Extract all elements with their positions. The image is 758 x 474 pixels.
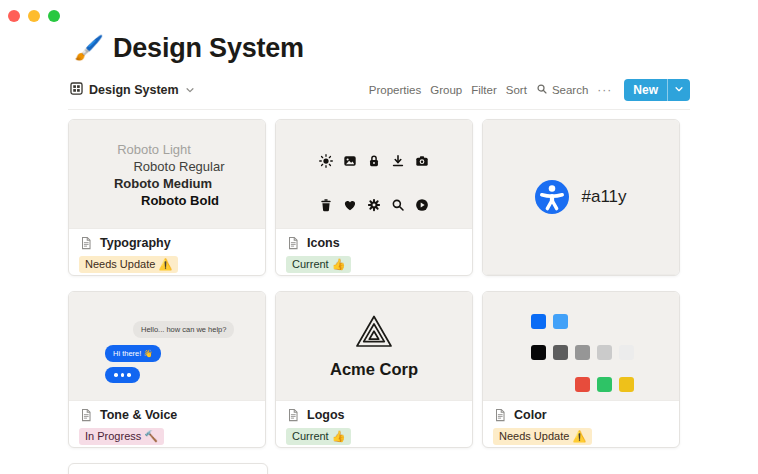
card-title-row: Icons [286,236,462,250]
card-title-row: Typography [79,236,255,250]
search-icon [391,198,405,212]
card-title-row: Color [493,408,669,422]
toolbar-menu: PropertiesGroupFilterSort [369,84,527,96]
page-icon [79,236,93,250]
gallery-grid-icon [70,81,83,99]
view-selector[interactable]: Design System [70,81,195,99]
typing-dot [114,373,118,377]
card-title: Icons [307,236,340,250]
trash-icon [319,198,333,212]
status-badge: Current 👍 [286,256,351,273]
camera-icon [415,154,429,168]
search-icon [536,83,548,97]
card-typography[interactable]: Roboto LightRoboto RegularRoboto MediumR… [68,119,266,276]
card-title-row: Tone & Voice [79,408,255,422]
color-swatch [531,314,546,329]
card-title-row: Logos [286,408,462,422]
page-title[interactable]: Design System [113,33,304,64]
color-swatch [575,345,590,360]
card-footer: TypographyNeeds Update ⚠️ [69,229,265,273]
card-preview-tone-voice: Hello... how can we help?Hi there! 👋 [69,292,265,401]
minimize-button[interactable] [28,10,40,22]
chevron-down-icon [674,83,684,97]
type-sample-light: Roboto Light [117,141,191,158]
color-swatch [597,377,612,392]
chat-bubble-gray: Hello... how can we help? [133,321,234,338]
notion-window: 🖌️ Design System Design System Propertie… [0,0,758,474]
card-footer: ColorNeeds Update ⚠️ [483,401,679,445]
status-badge: In Progress 🔨 [79,428,164,445]
card-title: Tone & Voice [100,408,177,422]
gear-icon [367,198,381,212]
card-color[interactable]: ColorNeeds Update ⚠️ [482,291,680,448]
toolbar-actions: PropertiesGroupFilterSort Search ··· New [369,79,690,101]
close-button[interactable] [8,10,20,22]
search-label: Search [552,84,588,96]
sun-icon [319,154,333,168]
card-preview-accessibility: #a11y [483,120,679,275]
download-icon [391,154,405,168]
card-footer: IconsCurrent 👍 [276,229,472,273]
type-sample-regular: Roboto Regular [133,158,224,175]
view-selector-label: Design System [89,83,179,97]
type-sample-bold: Roboto Bold [141,192,219,209]
toolbar-item-group[interactable]: Group [430,84,462,96]
typing-dot [121,373,125,377]
penrose-triangle-icon [354,312,394,356]
typing-dot [127,373,131,377]
color-swatch [531,345,546,360]
zoom-button[interactable] [48,10,60,22]
color-swatch [553,345,568,360]
page-icon [493,408,507,422]
type-sample-medium: Roboto Medium [114,175,212,192]
card-tone-voice[interactable]: Hello... how can we help?Hi there! 👋Tone… [68,291,266,448]
card-title: Color [514,408,547,422]
accessibility-icon [535,180,569,214]
status-badge: Needs Update ⚠️ [79,256,178,273]
card-accessibility[interactable]: #a11yAccessibilityCurrent 👍 [482,119,680,276]
card-title: Typography [100,236,171,250]
image-icon [343,154,357,168]
new-button-group: New [624,79,690,101]
card-icons[interactable]: IconsCurrent 👍 [275,119,473,276]
card-footer: AccessibilityCurrent 👍 [483,275,679,276]
new-dropdown-button[interactable] [667,79,690,101]
chat-bubble-blue: Hi there! 👋 [105,345,161,362]
chat-typing-bubble [105,367,140,383]
color-swatch [619,377,634,392]
chevron-down-icon [185,81,195,99]
toolbar-item-sort[interactable]: Sort [506,84,527,96]
card-footer: Tone & VoiceIn Progress 🔨 [69,401,265,445]
page-header: 🖌️ Design System [74,30,690,66]
a11y-tag-label: #a11y [581,187,626,207]
lock-icon [367,154,381,168]
status-badge: Current 👍 [286,428,351,445]
play-icon [415,198,429,212]
card-title: Logos [307,408,345,422]
card-preview-color [483,292,679,401]
search-button[interactable]: Search [536,83,588,97]
card-preview-icons [276,120,472,229]
page-content: 🖌️ Design System Design System Propertie… [68,30,690,474]
page-icon [79,408,93,422]
color-swatch [619,345,634,360]
view-toolbar: Design System PropertiesGroupFilterSort … [68,79,690,110]
status-badge: Needs Update ⚠️ [493,428,592,445]
page-icon [286,408,300,422]
color-swatch [575,377,590,392]
more-options-button[interactable]: ··· [597,83,612,97]
toolbar-item-filter[interactable]: Filter [471,84,497,96]
card-logos[interactable]: Acme CorpLogosCurrent 👍 [275,291,473,448]
toolbar-item-properties[interactable]: Properties [369,84,421,96]
page-emoji-icon[interactable]: 🖌️ [74,36,104,60]
window-controls [8,10,60,22]
new-button[interactable]: New [624,79,667,101]
gallery-grid: Roboto LightRoboto RegularRoboto MediumR… [68,119,690,448]
logo-label: Acme Corp [330,360,418,379]
card-preview-typography: Roboto LightRoboto RegularRoboto MediumR… [69,120,265,229]
card-partial[interactable] [68,463,268,474]
color-swatch [597,345,612,360]
heart-icon [343,198,357,212]
card-preview-logos: Acme Corp [276,292,472,401]
page-icon [286,236,300,250]
